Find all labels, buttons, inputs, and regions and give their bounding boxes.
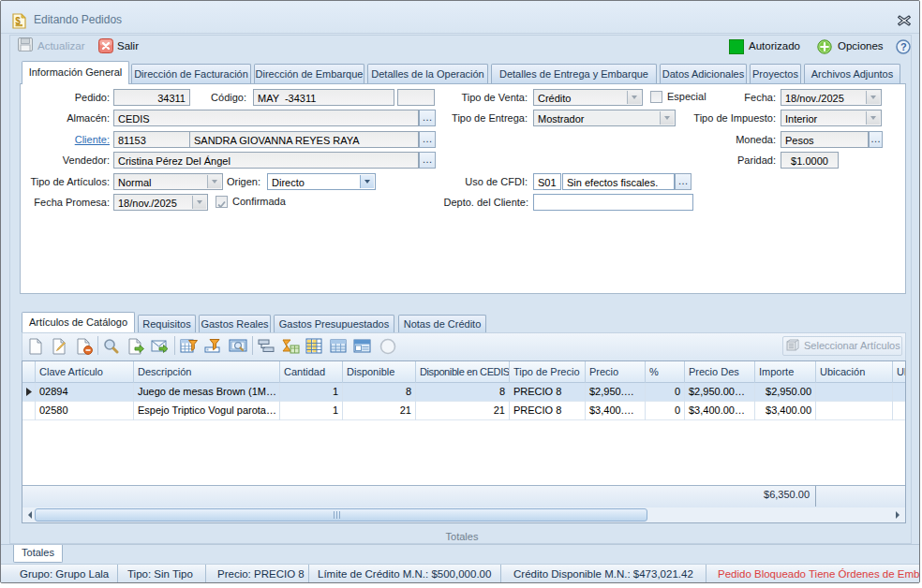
svg-text:?: ? xyxy=(900,41,907,52)
svg-text:$: $ xyxy=(15,16,21,26)
